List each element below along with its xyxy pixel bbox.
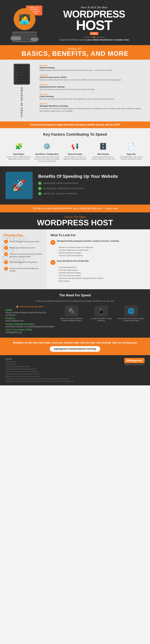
benefit-item: ✓ IMPROVED USER EXPERIENCE xyxy=(38,182,145,185)
factor-item: ⚙️ WordPress Configuration Failing to ca… xyxy=(34,141,60,162)
step-list-item: 1 Decide what type of hosting you need xyxy=(4,240,42,244)
speed-icon-item: 📱 Consider using AMP for mobile experien… xyxy=(88,306,115,322)
factor-item: 📄 Page Size Overcrowded pages, with too … xyxy=(118,141,145,162)
hosting-type-item: Shared Hosting Multiple websites stored … xyxy=(40,64,142,73)
factor-icon: 🧩 xyxy=(13,141,24,152)
benefit-check-icon: ✓ xyxy=(38,192,41,195)
speed-sites-label: Sites to test your site speed xyxy=(5,306,54,308)
speed-icons: 🔌 Make sure you have installed and confi… xyxy=(58,306,145,322)
speed-site-list: IsItWPistwp.com/free-website-speed-test-… xyxy=(5,309,54,334)
hero-tagline: Google's Best Practices say that your we… xyxy=(46,39,142,41)
benefit-item: ✓ IMPROVED SEARCH RANKING xyxy=(38,192,145,195)
benefits-section: 🚀 Benefits Of Speeding Up Your Website ✓… xyxy=(0,166,150,204)
speed-site-item: PingDomtools.pingdom.com xyxy=(5,317,54,322)
factor-item: 🗄️ Web Hosting Shared hosting allows oth… xyxy=(90,141,116,162)
key-finding-banner: The key to a fast loading WordPress site… xyxy=(0,204,150,212)
source-item: thinwithgoogle.com/marketing-resources/d… xyxy=(5,378,74,380)
wtl-sub-item: Hardware and Software setup and configur… xyxy=(57,246,146,249)
bounce-banner: A 9-second increase in page load time in… xyxy=(0,122,150,128)
types-label: Types Of Hosting xyxy=(20,87,23,117)
wtl-title: What To Look For xyxy=(50,234,146,237)
sources-title: Sources xyxy=(5,358,74,360)
hosting-type-item: Dedicated Server Hosting Each site store… xyxy=(40,83,142,92)
step-list: 1 Decide what type of hosting you need 2… xyxy=(4,240,42,272)
wtl-sub-item: Expert support xyxy=(57,280,146,282)
bottom-cta-text: Websites are the new real estate, treat … xyxy=(5,341,145,344)
wtl-sub-item: Hardware maintenance and replacement xyxy=(57,249,146,252)
speed-desc: Once you've picked the right web host an… xyxy=(5,300,145,302)
wtl-block-title: Managed hosting companies provide a vari… xyxy=(57,240,119,242)
speed-icon-item: 🔌 Make sure you have installed and confi… xyxy=(58,306,85,322)
benefits-left: 🚀 xyxy=(5,172,33,199)
step-title: Step-By-Step xyxy=(4,234,42,237)
sources-list: webpagetest.orgtools.pingdom.comistwp.co… xyxy=(5,360,74,383)
hosting-type-item: Virtual Private Server (VPS) Each site i… xyxy=(40,73,142,83)
speed-site-item: IsItWPistwp.com/free-website-speed-test-… xyxy=(5,309,54,316)
source-item: developers.google.com/speed/pagespeed/in… xyxy=(5,368,74,370)
hero-figure: 🧑‍💻 xyxy=(14,8,35,30)
speed-icon-box: 🌐 xyxy=(124,306,138,316)
wtl-sub-item: Web servers built specifically for hosti… xyxy=(57,277,146,280)
step-list-item: 2 Make a list of features you need xyxy=(4,246,42,250)
bottom-cta: Websites are the new real estate, treat … xyxy=(0,338,150,355)
step-by-step: Step-By-Step Step-By-Step 1 Decide what … xyxy=(0,229,46,289)
speed-icon-item: 🌐 Use a CDN (Content Delivery Network) f… xyxy=(118,306,145,322)
wtl-sub-item: Pre-installed WordPress xyxy=(57,266,146,269)
source-item: webpagetest.org xyxy=(5,360,74,363)
source-item: wpbeginner.com/wordpress-performance-spe… xyxy=(5,375,74,378)
choose-title: WORDPRESS HOST xyxy=(3,219,147,226)
source-item: istwp.com/free-website-speed-test-tool-f… xyxy=(5,370,74,373)
wtl-sub-list: Pre-installed WordPressAutomatic nightly… xyxy=(50,266,146,282)
speed-section: The Need For Speed Once you've picked th… xyxy=(0,289,150,338)
factor-icon: ⚙️ xyxy=(41,141,52,152)
speed-site-item: Time To First Byte (TTFB)webpagetest.org xyxy=(5,329,54,334)
step-list-item: 4 Take advantage of free trial periods xyxy=(4,260,42,264)
factor-item: 📢 External Scripts Ads, font loaders, an… xyxy=(62,141,88,162)
cta-link[interactable]: wpbeginner.com/wordpress-hosting xyxy=(50,346,100,352)
factor-icon: 📢 xyxy=(70,141,80,152)
hero-right: How To Pick The Best WORDPRESS HOST 3 SE… xyxy=(44,6,145,41)
step-list-item: 3 Compare the pricing and features offer… xyxy=(4,252,42,258)
benefits-right: Benefits Of Speeding Up Your Website ✓ I… xyxy=(38,174,145,197)
benefit-check-icon: ✓ xyxy=(38,182,41,185)
server-visual-types xyxy=(14,64,30,85)
what-to-look: What To Look For ● Managed hosting compa… xyxy=(46,229,150,289)
types-left: Types Of Hosting xyxy=(8,64,35,117)
speed-sites: Sites to test your site speed IsItWPistw… xyxy=(5,306,54,334)
types-section: Types Of Hosting Shared Hosting Multiple… xyxy=(0,60,150,122)
hosting-type-item: Managed WordPress Hosting A concierge se… xyxy=(40,102,142,114)
source-item: thinwithgoogle.com/marketing-strategies/… xyxy=(5,380,74,383)
benefits-title: Benefits Of Speeding Up Your Website xyxy=(38,174,145,179)
factor-icon: 📄 xyxy=(126,141,137,152)
wtl-sub-item: Technical support and monitoring xyxy=(57,254,146,257)
hero-section: Making your website better is more impor… xyxy=(0,0,150,45)
choose-header: Choose The Right WORDPRESS HOST xyxy=(0,212,150,229)
speed-content: Sites to test your site speed IsItWPistw… xyxy=(5,306,145,334)
hero-left: Making your website better is more impor… xyxy=(5,4,44,42)
hero-3sec-badge: 3 SEC xyxy=(90,32,98,35)
wpb-sub: Beginners Guide to WordPress xyxy=(125,364,144,366)
speed-icon-box: 🔌 xyxy=(65,306,78,316)
wpbeginner-badge: WPBeginner Beginners Guide to WordPress xyxy=(124,358,145,366)
rocket-icon: 🚀 xyxy=(5,172,33,199)
wtl-block-title: Every WordPress host should offer xyxy=(57,260,89,262)
types-right: Shared Hosting Multiple websites stored … xyxy=(40,64,142,117)
hero-title-host: HOST xyxy=(46,19,142,31)
wtl-sub-item: 24/7 security and tech support xyxy=(57,274,146,277)
factor-item: 🧩 Bad Plugins A poorly coded or expired … xyxy=(5,141,32,162)
wtl-block-icon: ● xyxy=(50,260,55,265)
benefit-check-icon: ✓ xyxy=(38,187,41,190)
factors-grid: 🧩 Bad Plugins A poorly coded or expired … xyxy=(5,141,145,162)
key-factors-section: Key Factors Contributing To Speed 🧩 Bad … xyxy=(0,128,150,166)
wpb-logo: WPBeginner xyxy=(124,358,145,363)
speed-site-item: Google PageSpeed Insightsdevelopers.goog… xyxy=(5,323,54,328)
wtl-sub-item: Automatic nightly backups xyxy=(57,269,146,272)
hosting101-header: Hosting 101: BASICS, BENEFITS, AND MORE xyxy=(0,45,150,60)
choose-content: Step-By-Step Step-By-Step 1 Decide what … xyxy=(0,229,150,289)
key-factors-title: Key Factors Contributing To Speed xyxy=(5,132,145,136)
sources-section: Sources webpagetest.orgtools.pingdom.com… xyxy=(0,355,150,386)
hosting-type-item: Cloud Hosting Resources are spread acros… xyxy=(40,92,142,102)
source-item: tools.pingdom.com xyxy=(5,363,74,366)
factor-icon: 🗄️ xyxy=(98,141,109,152)
source-item: wpbeginner.com/beginners-guide/how-to-ho… xyxy=(5,373,74,375)
